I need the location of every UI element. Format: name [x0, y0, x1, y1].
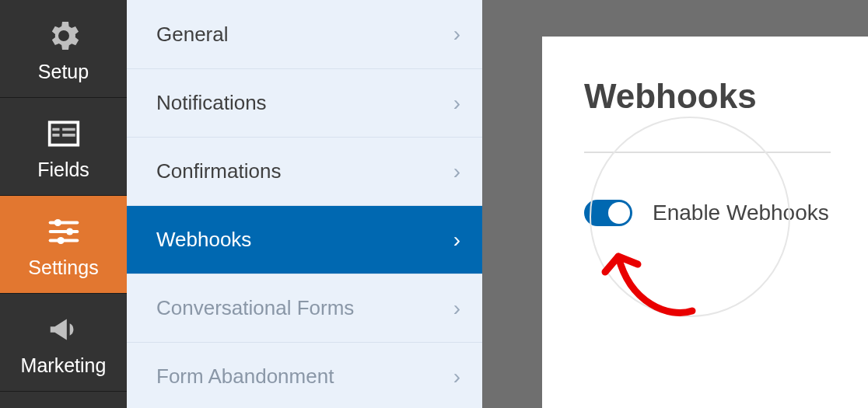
- submenu-item-label: Webhooks: [156, 228, 251, 252]
- megaphone-icon: [40, 308, 87, 351]
- svg-point-4: [66, 228, 73, 235]
- settings-submenu: General › Notifications › Confirmations …: [127, 0, 482, 408]
- submenu-item-confirmations[interactable]: Confirmations ›: [127, 137, 482, 205]
- submenu-item-form-abandonment[interactable]: Form Abandonment ›: [127, 342, 482, 408]
- panel-title: Webhooks: [584, 77, 831, 116]
- form-icon: [40, 112, 87, 155]
- sidebar-item-label: Setup: [38, 61, 89, 83]
- divider: [584, 152, 831, 153]
- enable-webhooks-toggle[interactable]: [584, 200, 632, 226]
- submenu-item-webhooks[interactable]: Webhooks ›: [127, 205, 482, 274]
- chevron-right-icon: ›: [453, 22, 460, 47]
- chevron-right-icon: ›: [453, 364, 460, 389]
- submenu-item-label: General: [156, 23, 229, 47]
- submenu-item-label: Confirmations: [156, 159, 281, 183]
- chevron-right-icon: ›: [453, 228, 460, 253]
- sidebar-item-setup[interactable]: Setup: [0, 0, 127, 98]
- gear-icon: [40, 14, 87, 58]
- sidebar-item-settings[interactable]: Settings: [0, 196, 127, 294]
- webhooks-panel: Webhooks Enable Webhooks: [542, 37, 868, 408]
- svg-point-5: [57, 237, 64, 244]
- submenu-item-conversational-forms[interactable]: Conversational Forms ›: [127, 274, 482, 342]
- primary-sidebar: Setup Fields Settings Marketing: [0, 0, 127, 408]
- submenu-item-label: Form Abandonment: [156, 364, 334, 389]
- sidebar-item-fields[interactable]: Fields: [0, 98, 127, 196]
- toggle-label: Enable Webhooks: [653, 201, 829, 225]
- submenu-item-notifications[interactable]: Notifications ›: [127, 68, 482, 137]
- sidebar-item-label: Marketing: [21, 354, 107, 377]
- sidebar-item-marketing[interactable]: Marketing: [0, 294, 127, 392]
- toggle-knob: [608, 202, 630, 224]
- submenu-item-label: Conversational Forms: [156, 296, 354, 320]
- sidebar-item-label: Settings: [28, 256, 98, 279]
- submenu-item-general[interactable]: General ›: [127, 0, 482, 68]
- submenu-item-label: Notifications: [156, 91, 267, 115]
- chevron-right-icon: ›: [453, 296, 460, 321]
- svg-point-3: [54, 219, 61, 226]
- sliders-icon: [40, 210, 87, 253]
- sidebar-item-label: Fields: [37, 159, 89, 181]
- chevron-right-icon: ›: [453, 159, 460, 184]
- enable-webhooks-row: Enable Webhooks: [584, 200, 831, 226]
- chevron-right-icon: ›: [453, 91, 460, 116]
